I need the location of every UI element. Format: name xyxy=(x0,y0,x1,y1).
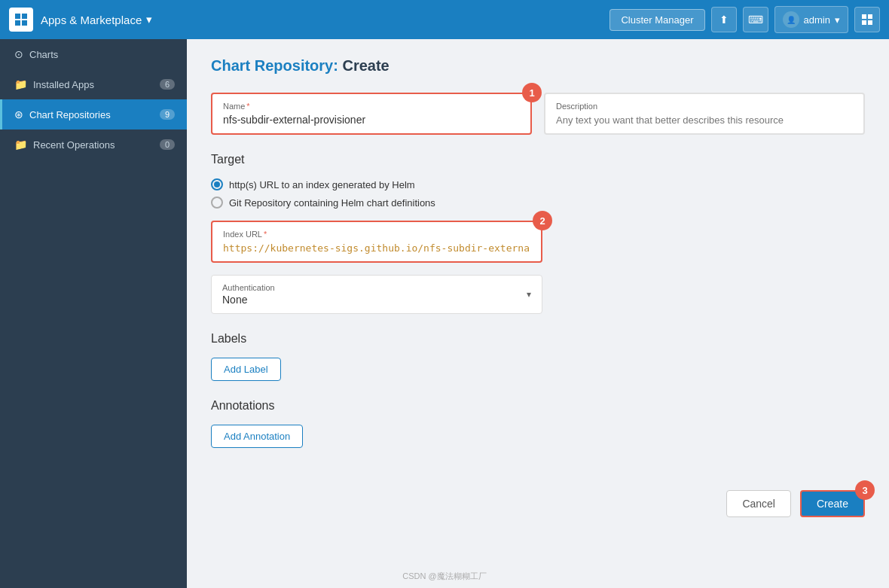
name-input[interactable] xyxy=(223,114,520,126)
chart-repos-badge: 9 xyxy=(160,109,175,120)
sidebar-chart-repos-label: Chart Repositories xyxy=(29,109,160,120)
authentication-label: Authentication xyxy=(222,283,275,292)
grid-icon-btn[interactable] xyxy=(854,7,880,32)
svg-rect-2 xyxy=(15,20,20,26)
url-field-wrapper: Index URL* 2 xyxy=(211,221,542,263)
installed-apps-icon: 📁 xyxy=(14,78,27,90)
navbar-right: Cluster Manager ⬆ ⌨ 👤 admin ▾ xyxy=(609,6,880,33)
radio-git[interactable]: Git Repository containing Helm chart def… xyxy=(211,197,865,209)
name-field-wrapper: Name* 1 xyxy=(211,93,532,135)
name-field-box: Name* xyxy=(211,93,532,135)
step-1-badge: 1 xyxy=(522,83,542,102)
svg-rect-5 xyxy=(868,14,872,19)
main-content: Chart Repository: Create Name* 1 Descrip… xyxy=(187,39,889,588)
page-title-action: Create xyxy=(342,57,389,74)
annotations-section: Annotations Add Annotation xyxy=(211,399,865,448)
avatar: 👤 xyxy=(783,11,799,28)
sidebar-item-installed-apps[interactable]: 📁 Installed Apps 6 xyxy=(0,69,187,99)
name-label: Name* xyxy=(223,102,520,111)
user-chevron-icon: ▾ xyxy=(835,14,840,26)
name-description-row: Name* 1 Description xyxy=(211,93,865,135)
svg-rect-4 xyxy=(862,14,866,19)
step-3-badge: 3 xyxy=(855,480,875,500)
charts-icon: ⊙ xyxy=(14,48,23,60)
recent-ops-badge: 0 xyxy=(160,139,175,150)
cancel-button[interactable]: Cancel xyxy=(726,490,791,517)
create-button[interactable]: Create xyxy=(800,490,865,517)
target-section: http(s) URL to an index generated by Hel… xyxy=(211,178,865,263)
svg-rect-1 xyxy=(22,14,27,19)
navbar: Apps & Marketplace ▾ Cluster Manager ⬆ ⌨… xyxy=(0,0,889,39)
app-title-text: Apps & Marketplace xyxy=(41,14,142,26)
svg-rect-0 xyxy=(15,14,20,19)
radio-http[interactable]: http(s) URL to an index generated by Hel… xyxy=(211,178,865,190)
url-label: Index URL* xyxy=(223,230,530,239)
sidebar-installed-apps-label: Installed Apps xyxy=(33,79,160,90)
sidebar-item-recent-operations[interactable]: 📁 Recent Operations 0 xyxy=(0,129,187,160)
terminal-button[interactable]: ⌨ xyxy=(743,7,768,32)
radio-git-label: Git Repository containing Helm chart def… xyxy=(229,197,435,209)
recent-operations-icon: 📁 xyxy=(14,139,27,151)
upload-button[interactable]: ⬆ xyxy=(711,7,737,32)
installed-apps-badge: 6 xyxy=(160,79,175,90)
app-title-chevron-icon: ▾ xyxy=(146,13,152,26)
svg-rect-6 xyxy=(862,20,866,25)
grid-icon xyxy=(861,14,873,26)
radio-git-dot xyxy=(211,197,223,209)
sidebar-item-chart-repositories[interactable]: ⊛ Chart Repositories 9 xyxy=(0,99,187,129)
add-label-button[interactable]: Add Label xyxy=(211,358,281,381)
radio-group: http(s) URL to an index generated by Hel… xyxy=(211,178,865,209)
index-url-input[interactable] xyxy=(223,242,530,254)
upload-icon: ⬆ xyxy=(719,14,729,26)
layout: ⊙ Charts 📁 Installed Apps 6 ⊛ Chart Repo… xyxy=(0,39,889,588)
description-label: Description xyxy=(556,102,853,111)
username: admin xyxy=(804,14,830,26)
app-title[interactable]: Apps & Marketplace ▾ xyxy=(41,13,152,26)
labels-heading: Labels xyxy=(211,332,865,346)
add-annotation-button[interactable]: Add Annotation xyxy=(211,425,303,448)
sidebar-item-charts[interactable]: ⊙ Charts xyxy=(0,39,187,69)
chart-repositories-icon: ⊛ xyxy=(14,108,23,120)
page-title-prefix: Chart Repository: xyxy=(211,57,338,74)
authentication-content: Authentication None xyxy=(222,283,275,306)
authentication-value: None xyxy=(222,294,275,306)
footer-actions: Cancel Create 3 xyxy=(211,478,865,517)
annotations-heading: Annotations xyxy=(211,399,865,413)
svg-rect-3 xyxy=(22,20,27,26)
page-title: Chart Repository: Create xyxy=(211,57,865,75)
url-field-box: Index URL* xyxy=(211,221,542,263)
sidebar-charts-label: Charts xyxy=(29,49,175,60)
authentication-chevron-icon: ▾ xyxy=(527,289,531,300)
sidebar-recent-ops-label: Recent Operations xyxy=(33,139,160,151)
radio-http-label: http(s) URL to an index generated by Hel… xyxy=(229,179,415,190)
description-input[interactable] xyxy=(556,114,853,126)
terminal-icon: ⌨ xyxy=(748,14,763,26)
create-button-wrapper: Create 3 xyxy=(800,490,865,517)
svg-rect-7 xyxy=(868,20,872,25)
radio-http-dot xyxy=(211,178,223,190)
description-field-wrapper: Description xyxy=(544,93,865,135)
user-menu[interactable]: 👤 admin ▾ xyxy=(774,6,848,33)
sidebar: ⊙ Charts 📁 Installed Apps 6 ⊛ Chart Repo… xyxy=(0,39,187,588)
step-2-badge: 2 xyxy=(533,211,552,230)
cluster-manager-button[interactable]: Cluster Manager xyxy=(609,9,704,31)
authentication-select[interactable]: Authentication None ▾ xyxy=(211,275,542,314)
target-heading: Target xyxy=(211,153,865,166)
app-logo xyxy=(9,8,33,32)
description-field-box: Description xyxy=(544,93,865,135)
labels-section: Labels Add Label xyxy=(211,332,865,381)
